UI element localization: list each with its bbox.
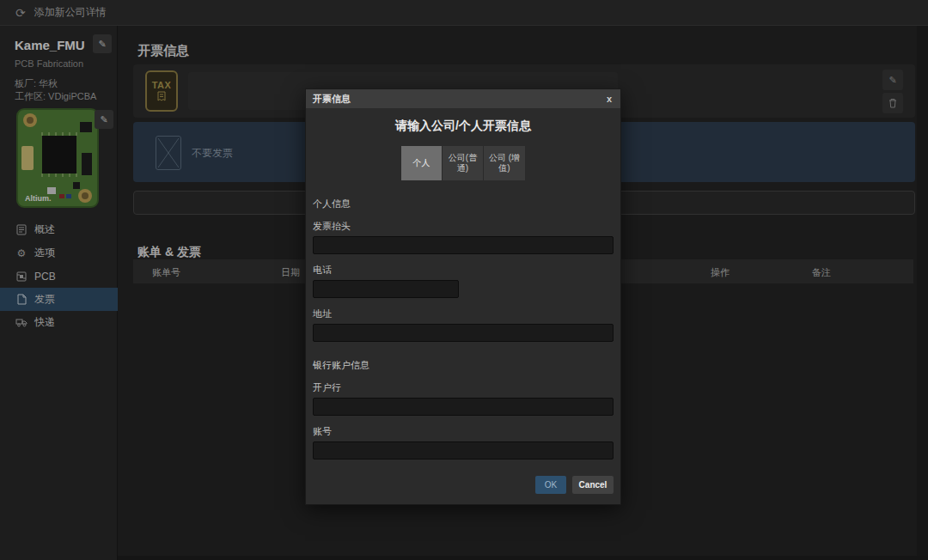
tab-personal[interactable]: 个人 bbox=[401, 146, 443, 180]
bank-label: 开户行 bbox=[313, 381, 614, 394]
dialog-body: 请输入公司/个人开票信息 个人 公司(普通) 公司 (增值) 个人信息 发票抬头… bbox=[306, 119, 620, 504]
tab-company-regular[interactable]: 公司(普通) bbox=[443, 146, 484, 180]
phone-label: 电话 bbox=[313, 264, 614, 277]
address-input[interactable] bbox=[313, 324, 614, 342]
bank-account-section-label: 银行账户信息 bbox=[313, 359, 614, 372]
personal-info-section-label: 个人信息 bbox=[313, 198, 614, 210]
app-window: ⟳ 添加新公司详情 Kame_FMU ✎ PCB Fabrication 板厂:… bbox=[0, 0, 928, 560]
cancel-button[interactable]: Cancel bbox=[572, 476, 614, 494]
dialog-heading: 请输入公司/个人开票信息 bbox=[313, 119, 614, 134]
tab-company-vat[interactable]: 公司 (增值) bbox=[484, 146, 525, 180]
dialog-title: 开票信息 bbox=[313, 93, 351, 106]
ok-button[interactable]: OK bbox=[535, 476, 566, 494]
invoice-type-tabs: 个人 公司(普通) 公司 (增值) bbox=[313, 146, 614, 180]
dialog-footer: OK Cancel bbox=[313, 476, 614, 494]
account-input[interactable] bbox=[313, 441, 614, 460]
dialog-title-bar[interactable]: 开票信息 x bbox=[306, 89, 620, 108]
close-icon[interactable]: x bbox=[605, 94, 614, 104]
address-label: 地址 bbox=[313, 307, 614, 320]
bank-input[interactable] bbox=[313, 398, 614, 416]
invoice-title-input[interactable] bbox=[313, 236, 614, 254]
invoice-title-label: 发票抬头 bbox=[313, 220, 614, 233]
account-label: 账号 bbox=[313, 425, 614, 438]
phone-input[interactable] bbox=[313, 280, 459, 298]
invoice-info-dialog: 开票信息 x 请输入公司/个人开票信息 个人 公司(普通) 公司 (增值) 个人… bbox=[305, 88, 621, 505]
